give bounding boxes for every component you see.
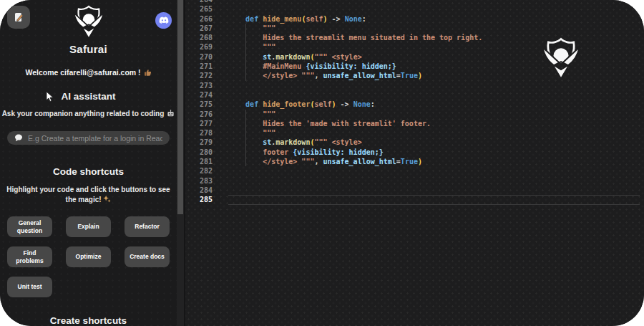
code-line[interactable]: 278 """	[185, 128, 644, 138]
line-number[interactable]: 265	[185, 4, 221, 14]
indent-guide	[245, 128, 246, 138]
token-str: self	[306, 15, 323, 23]
token-mth: markdown	[275, 138, 310, 146]
token-var: {visibility: hidden;}	[306, 62, 396, 70]
code-editor[interactable]: 264265266 def hide_menu(self) -> None:26…	[184, 0, 644, 326]
code-line[interactable]: 285	[185, 195, 644, 204]
token-var: st	[263, 53, 271, 61]
line-content[interactable]: #MainMenu {visibility: hidden;}	[228, 62, 644, 71]
line-number[interactable]: 280	[185, 148, 221, 157]
line-content[interactable]: """	[228, 128, 644, 138]
token-pln: ->	[336, 100, 353, 108]
explain-button[interactable]: Explain	[66, 216, 111, 237]
line-number[interactable]: 276	[185, 110, 221, 119]
code-line[interactable]: 280 footer {visibility: hidden;}	[185, 148, 644, 157]
token-pln: ,	[314, 158, 323, 166]
line-content[interactable]: </style> """, unsafe_allow_html=True)	[228, 71, 644, 80]
unit-test-button[interactable]: Unit test	[7, 277, 52, 297]
code-line[interactable]: 283	[185, 176, 644, 186]
line-content[interactable]: def hide_menu(self) -> None:	[228, 14, 644, 24]
create-shortcuts-title: Create shortcuts	[50, 315, 127, 326]
line-number[interactable]: 281	[185, 157, 221, 166]
token-str: """	[263, 43, 275, 51]
token-str: self	[314, 100, 331, 108]
line-content[interactable]: def hide_footer(self) -> None:	[228, 100, 644, 109]
code-line[interactable]: 275 def hide_footer(self) -> None:	[185, 100, 644, 109]
welcome-text: Welcome cifarelli@safurai.com !	[25, 68, 140, 77]
new-chat-button[interactable]	[7, 6, 30, 29]
line-content[interactable]: st.markdown(""" <style>	[228, 138, 644, 147]
safurai-vscode-window: Safurai Welcome cifarelli@safurai.com ! …	[0, 0, 644, 326]
line-number[interactable]: 271	[185, 62, 221, 71]
line-number[interactable]: 275	[185, 100, 221, 109]
token-str: """	[263, 110, 275, 118]
line-number[interactable]: 268	[185, 33, 221, 42]
find-problems-button[interactable]: Find problems	[7, 246, 52, 267]
code-line[interactable]: 268 Hides the streamlit menu situated in…	[185, 33, 644, 42]
general-question-button[interactable]: General question	[7, 216, 52, 237]
sidebar-scrollbar-thumb[interactable]	[177, 0, 183, 214]
indent-guide	[245, 148, 246, 157]
code-line[interactable]: 277 Hides the 'made with streamlit' foot…	[185, 119, 644, 128]
line-number[interactable]: 285	[185, 195, 221, 204]
line-number[interactable]: 282	[185, 166, 221, 176]
line-number[interactable]: 279	[185, 138, 221, 147]
line-content[interactable]: </style> """, unsafe_allow_html=True)	[228, 157, 644, 166]
code-line[interactable]: 267 """	[185, 24, 644, 33]
line-content[interactable]	[228, 90, 644, 100]
line-content[interactable]	[228, 4, 644, 14]
code-line[interactable]: 271 #MainMenu {visibility: hidden;}	[185, 62, 644, 71]
code-line[interactable]: 265	[185, 4, 644, 14]
line-number[interactable]: 267	[185, 24, 221, 33]
code-line[interactable]: 272 </style> """, unsafe_allow_html=True…	[185, 71, 644, 80]
indent-guide	[245, 24, 246, 33]
line-content[interactable]: Hides the 'made with streamlit' footer.	[228, 119, 644, 128]
line-content[interactable]	[228, 176, 644, 186]
line-content[interactable]	[228, 195, 640, 204]
thumbs-up-emoji-icon	[144, 69, 152, 77]
sparkles-emoji-icon	[103, 195, 111, 203]
code-line[interactable]: 284	[185, 186, 644, 195]
line-content[interactable]: st.markdown(""" <style>	[228, 52, 644, 62]
line-number[interactable]: 266	[185, 14, 221, 24]
code-line[interactable]: 276 """	[185, 110, 644, 119]
line-content[interactable]	[228, 186, 644, 195]
create-docs-button[interactable]: Create docs	[125, 246, 170, 267]
line-content[interactable]: footer {visibility: hidden;}	[228, 148, 644, 157]
indent-guide	[245, 110, 246, 119]
line-number[interactable]: 272	[185, 71, 221, 80]
line-number[interactable]: 283	[185, 176, 221, 186]
line-content[interactable]: """	[228, 42, 644, 52]
line-content[interactable]: Hides the streamlit menu situated in the…	[228, 33, 644, 42]
code-line[interactable]: 282	[185, 166, 644, 176]
code-line[interactable]: 273	[185, 81, 644, 90]
line-content[interactable]	[228, 166, 644, 176]
optimize-button[interactable]: Optimize	[66, 246, 111, 267]
token-var: st	[263, 138, 271, 146]
line-number[interactable]: 269	[185, 42, 221, 52]
line-content[interactable]: """	[228, 110, 644, 119]
sidebar-scrollbar[interactable]	[177, 0, 184, 326]
line-number[interactable]: 277	[185, 119, 221, 128]
code-line[interactable]: 270 st.markdown(""" <style>	[185, 52, 644, 62]
code-line[interactable]: 274	[185, 90, 644, 100]
line-number[interactable]: 270	[185, 52, 221, 62]
line-number[interactable]: 273	[185, 81, 221, 90]
token-br: )	[418, 72, 422, 80]
ai-prompt-input[interactable]: E.g Create a template for a login in Rea…	[7, 131, 170, 145]
code-line[interactable]: 269 """	[185, 42, 644, 52]
line-content[interactable]: """	[228, 24, 644, 33]
refactor-button[interactable]: Refactor	[125, 216, 170, 237]
brand-title: Safurai	[69, 43, 107, 55]
code-line[interactable]: 281 </style> """, unsafe_allow_html=True…	[185, 157, 644, 166]
token-str: """ <style>	[314, 138, 361, 146]
line-number[interactable]: 274	[185, 90, 221, 100]
discord-button[interactable]	[155, 12, 172, 29]
line-number[interactable]: 278	[185, 128, 221, 138]
line-number[interactable]: 284	[185, 186, 221, 195]
code-line[interactable]: 266 def hide_menu(self) -> None:	[185, 14, 644, 24]
code-line[interactable]: 279 st.markdown(""" <style>	[185, 138, 644, 147]
code-shortcuts-subtitle: Highlight your code and click the button…	[6, 185, 172, 204]
line-content[interactable]	[228, 81, 644, 90]
welcome-message: Welcome cifarelli@safurai.com !	[25, 68, 151, 77]
